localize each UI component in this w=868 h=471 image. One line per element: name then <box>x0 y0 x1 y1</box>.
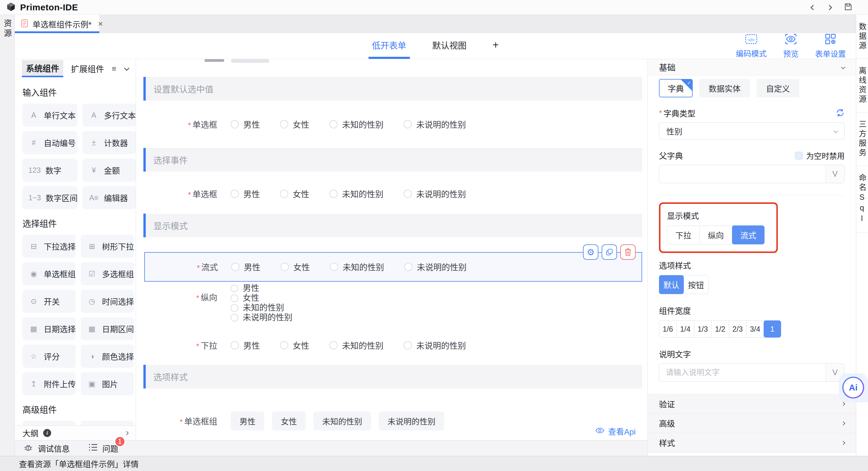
save-icon[interactable] <box>844 2 852 12</box>
radio-option[interactable]: 女性 <box>280 118 309 130</box>
form-settings-button[interactable]: 表单设置 <box>815 33 846 59</box>
segment-flow[interactable]: 流式 <box>732 226 765 244</box>
radio-icon[interactable] <box>230 341 239 349</box>
option-button[interactable]: 未说明的性别 <box>379 412 444 431</box>
radio-icon[interactable] <box>329 189 338 198</box>
radio-option[interactable]: 男性 <box>230 188 260 200</box>
component-counter[interactable]: ±计数器 <box>83 131 136 154</box>
width-1-4[interactable]: 1/4 <box>677 321 694 337</box>
selected-field-row-flow[interactable]: ⚙ *流式 男性 女性 未知的性别 未说明的性别 <box>144 252 642 282</box>
preview-button[interactable]: 预览 <box>783 33 799 59</box>
field-row-dropdown[interactable]: *下拉 男性 女性 未知的性别 未说明的性别 <box>144 332 642 359</box>
section-style[interactable]: 样式 <box>648 433 856 453</box>
tab-data-entity[interactable]: 数据实体 <box>699 79 750 97</box>
field-row-radio-default[interactable]: *单选框 男性 女性 未知的性别 未说明的性别 <box>144 111 642 138</box>
radio-option[interactable]: 未说明的性别 <box>404 340 466 351</box>
component-color-picker[interactable]: ◑颜色选择 <box>81 345 134 368</box>
tab-system-components[interactable]: 系统组件 <box>22 60 63 77</box>
document-tab-active[interactable]: 单选框组件示例* × <box>15 15 99 33</box>
component-image[interactable]: ▣图片 <box>81 372 134 395</box>
radio-option[interactable]: 男性 <box>230 284 292 293</box>
field-copy-button[interactable] <box>601 244 617 260</box>
component-auto-number[interactable]: #自动编号 <box>23 131 78 154</box>
component-single-line-text[interactable]: A单行文本 <box>23 104 78 127</box>
component-time-picker[interactable]: ◷时间选择 <box>81 290 134 313</box>
strip-tab-named-sql[interactable]: 命名Sql <box>856 166 868 233</box>
segment-vertical[interactable]: 纵向 <box>700 226 732 244</box>
collapse-panel-icon[interactable] <box>125 66 129 71</box>
radio-option[interactable]: 女性 <box>280 340 309 351</box>
component-amount[interactable]: ¥金额 <box>83 158 136 182</box>
radio-icon[interactable] <box>404 189 412 198</box>
help-text-input[interactable] <box>659 363 826 381</box>
component-date-picker[interactable]: ▦日期选择 <box>23 317 76 340</box>
radio-icon[interactable] <box>404 341 412 349</box>
radio-option[interactable]: 男性 <box>230 340 260 351</box>
component-number-range[interactable]: 1~3数字区间 <box>23 186 78 209</box>
field-row-radio-event[interactable]: *单选框 男性 女性 未知的性别 未说明的性别 <box>144 180 642 207</box>
component-checkbox-group[interactable]: ☑多选框组 <box>81 262 134 285</box>
radio-option[interactable]: 未知的性别 <box>329 118 383 130</box>
tab-lowcode-form[interactable]: 低开表单 <box>368 33 410 59</box>
width-1-2[interactable]: 1/2 <box>712 321 729 337</box>
segment-button[interactable]: 按钮 <box>684 275 708 294</box>
radio-option[interactable]: 未知的性别 <box>230 303 292 313</box>
component-date-range[interactable]: ▦日期区间 <box>81 317 134 340</box>
component-attachment-upload[interactable]: ↥附件上传 <box>23 372 76 395</box>
width-1[interactable]: 1 <box>764 320 781 337</box>
radio-option[interactable]: 未说明的性别 <box>404 188 466 200</box>
radio-option[interactable]: 未说明的性别 <box>230 313 292 322</box>
radio-icon[interactable] <box>280 341 288 349</box>
radio-option[interactable]: 男性 <box>230 118 260 130</box>
radio-option[interactable]: 未知的性别 <box>329 188 383 200</box>
component-switch[interactable]: ⊙开关 <box>23 290 76 313</box>
radio-option[interactable]: 女性 <box>230 294 292 303</box>
component-multi-line-text[interactable]: A多行文本 <box>83 104 136 127</box>
checkbox-icon[interactable] <box>795 152 803 159</box>
resources-strip-tab[interactable]: 资源 <box>1 19 13 456</box>
tab-custom[interactable]: 自定义 <box>756 79 799 97</box>
segment-default[interactable]: 默认 <box>659 275 684 294</box>
radio-icon[interactable] <box>231 263 240 271</box>
strip-tab-offline-resources[interactable]: 离线资源 <box>856 59 868 112</box>
refresh-icon[interactable] <box>836 108 845 118</box>
width-3-4[interactable]: 3/4 <box>746 321 764 337</box>
width-1-3[interactable]: 1/3 <box>694 321 712 337</box>
history-forward-icon[interactable] <box>827 5 832 10</box>
component-dropdown-select[interactable]: ⊟下拉选择 <box>23 235 76 258</box>
code-mode-button[interactable]: </> 编码模式 <box>736 34 767 59</box>
problems-button[interactable]: 问题 1 <box>88 443 118 454</box>
radio-icon[interactable] <box>230 294 238 302</box>
tab-dictionary[interactable]: 字典 <box>659 79 693 97</box>
radio-icon[interactable] <box>280 120 288 128</box>
radio-icon[interactable] <box>230 189 239 198</box>
radio-option[interactable]: 未说明的性别 <box>404 118 466 130</box>
section-advanced[interactable]: 高级 <box>648 414 856 433</box>
option-button[interactable]: 未知的性别 <box>313 412 371 431</box>
strip-tab-datasource[interactable]: 数据源 <box>856 15 868 59</box>
add-view-tab-button[interactable]: + <box>489 33 502 59</box>
radio-icon[interactable] <box>230 304 238 312</box>
radio-option[interactable]: 女性 <box>280 188 309 200</box>
component-radio-group[interactable]: ◉单选框组 <box>23 262 76 285</box>
radio-icon[interactable] <box>404 120 412 128</box>
width-1-6[interactable]: 1/6 <box>659 321 677 337</box>
radio-icon[interactable] <box>329 120 338 128</box>
field-row-vertical[interactable]: *纵向 男性 女性 未知的性别 未说明的性别 <box>144 284 292 322</box>
component-rating[interactable]: ☆评分 <box>23 345 76 368</box>
radio-option[interactable]: 未说明的性别 <box>404 261 467 273</box>
field-settings-button[interactable]: ⚙ <box>583 244 598 260</box>
close-tab-icon[interactable]: × <box>98 19 103 29</box>
field-delete-button[interactable] <box>620 244 636 260</box>
radio-icon[interactable] <box>281 263 289 271</box>
radio-option[interactable]: 女性 <box>281 261 310 273</box>
dict-type-select[interactable]: 性别 <box>659 122 845 140</box>
radio-option[interactable]: 未知的性别 <box>330 261 384 273</box>
section-validation[interactable]: 验证 <box>648 394 856 414</box>
form-canvas[interactable]: 设置默认选中值 *单选框 男性 女性 未知的性别 未说明的性别 选择事件 *单选… <box>136 59 647 440</box>
component-editor[interactable]: A≡编辑器 <box>83 186 136 209</box>
option-button[interactable]: 男性 <box>230 412 264 431</box>
radio-icon[interactable] <box>230 120 239 128</box>
component-list-layout-icon[interactable]: ≡ <box>112 64 116 73</box>
view-api-link[interactable]: 查看Api <box>595 425 636 437</box>
